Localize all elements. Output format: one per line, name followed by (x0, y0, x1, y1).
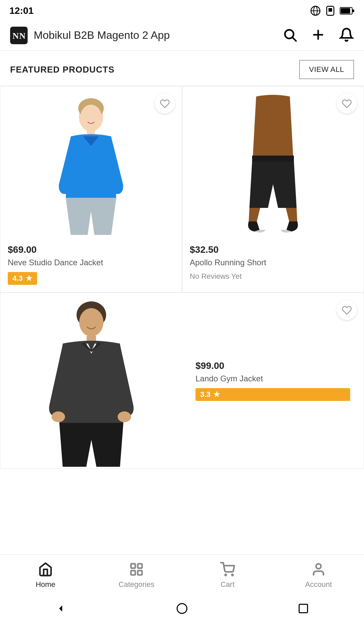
wishlist-button-2[interactable] (337, 93, 357, 113)
product-inner-3: $99.00 Lando Gym Jacket 3.3 ★ (0, 293, 364, 468)
nav-item-account[interactable]: Account (273, 558, 364, 592)
nav-label-account: Account (305, 580, 332, 589)
rating-badge-3: 3.3 ★ (195, 388, 350, 401)
product-image-container-1 (0, 86, 182, 238)
product-card-2[interactable]: $32.50 Apollo Running Short No Reviews Y… (182, 86, 364, 293)
svg-rect-6 (352, 9, 354, 12)
product-info-1: $69.00 Neve Studio Dance Jacket 4.3 ★ (0, 238, 182, 292)
svg-point-31 (225, 574, 226, 575)
system-nav (0, 595, 364, 622)
nav-label-cart: Cart (220, 580, 235, 589)
product-info-2: $32.50 Apollo Running Short No Reviews Y… (182, 238, 364, 288)
nav-item-home[interactable]: Home (0, 558, 91, 592)
product-name-2: Apollo Running Short (190, 258, 356, 267)
svg-rect-30 (138, 570, 142, 575)
svg-rect-28 (138, 564, 142, 568)
app-logo: N N (10, 27, 28, 44)
system-recents-button[interactable] (286, 598, 320, 619)
svg-point-17 (80, 105, 102, 130)
heart-icon-1 (160, 99, 170, 108)
add-icon (311, 27, 326, 42)
svg-rect-29 (131, 570, 135, 575)
product-image-container-3 (0, 293, 182, 468)
svg-marker-34 (59, 605, 62, 612)
star-icon-3: ★ (213, 390, 220, 399)
svg-rect-27 (131, 564, 135, 568)
svg-rect-4 (329, 8, 332, 12)
rating-badge-1: 4.3 ★ (8, 272, 37, 285)
svg-point-23 (79, 308, 103, 336)
product-card-1[interactable]: $69.00 Neve Studio Dance Jacket 4.3 ★ (0, 86, 182, 293)
categories-icon-container (128, 561, 145, 577)
battery-icon (340, 6, 355, 15)
sim-icon (326, 5, 335, 16)
status-icons (310, 5, 355, 16)
search-button[interactable] (282, 27, 297, 43)
product-image-2 (226, 90, 320, 235)
bottom-nav: Home Categories Cart (0, 555, 364, 595)
wishlist-button-1[interactable] (155, 93, 175, 113)
content-area: FEATURED PRODUCTS VIEW ALL (0, 51, 364, 543)
view-all-button[interactable]: VIEW ALL (299, 60, 354, 79)
star-icon-1: ★ (26, 274, 32, 283)
rating-value-1: 4.3 (12, 274, 23, 283)
product-price-1: $69.00 (8, 244, 174, 255)
back-icon (55, 602, 67, 615)
nav-label-home: Home (36, 580, 56, 589)
svg-rect-7 (341, 8, 350, 13)
svg-line-11 (293, 37, 296, 41)
product-name-1: Neve Studio Dance Jacket (8, 258, 174, 267)
recents-square-icon (299, 604, 308, 613)
app-title: Mobikul B2B Magento 2 App (34, 29, 170, 42)
section-header: FEATURED PRODUCTS VIEW ALL (0, 51, 364, 86)
status-time: 12:01 (9, 5, 34, 16)
nav-item-categories[interactable]: Categories (91, 558, 182, 592)
status-bar: 12:01 (0, 0, 364, 20)
app-header-right (282, 27, 354, 43)
product-price-3: $99.00 (195, 360, 350, 371)
account-icon-container (310, 561, 327, 577)
home-icon-container (37, 561, 54, 577)
add-button[interactable] (311, 27, 326, 43)
notification-icon (339, 27, 354, 42)
product-image-1 (44, 90, 138, 235)
product-price-2: $32.50 (190, 244, 356, 255)
svg-point-32 (232, 574, 233, 575)
app-header-left: N N Mobikul B2B Magento 2 App (10, 27, 170, 44)
cart-icon-container (219, 561, 236, 577)
search-icon (282, 27, 297, 42)
nav-label-categories: Categories (119, 580, 154, 589)
product-image-3 (37, 295, 145, 467)
account-icon (311, 562, 326, 577)
product-info-3: $99.00 Lando Gym Jacket 3.3 ★ (182, 293, 364, 468)
svg-point-26 (118, 411, 131, 422)
product-image-container-2 (182, 86, 364, 238)
system-back-button[interactable] (44, 598, 78, 619)
globe-icon (310, 5, 321, 16)
section-title: FEATURED PRODUCTS (10, 64, 115, 75)
notification-button[interactable] (339, 27, 354, 43)
heart-icon-3 (342, 305, 352, 315)
products-grid: $69.00 Neve Studio Dance Jacket 4.3 ★ (0, 86, 364, 469)
home-icon (38, 562, 53, 577)
product-name-3: Lando Gym Jacket (195, 374, 350, 383)
nav-item-cart[interactable]: Cart (182, 558, 273, 592)
categories-icon (129, 562, 144, 577)
product-card-3[interactable]: $99.00 Lando Gym Jacket 3.3 ★ (0, 293, 364, 469)
heart-icon-2 (342, 99, 352, 108)
cart-icon (220, 562, 235, 577)
svg-point-33 (316, 564, 321, 569)
svg-point-25 (52, 411, 65, 422)
svg-text:N: N (19, 31, 25, 40)
svg-text:N: N (12, 31, 19, 40)
home-circle-icon (177, 603, 187, 614)
wishlist-button-3[interactable] (337, 300, 357, 320)
no-reviews-2: No Reviews Yet (190, 272, 356, 281)
system-home-button[interactable] (165, 598, 199, 619)
rating-value-3: 3.3 (200, 390, 211, 399)
svg-rect-20 (252, 156, 294, 162)
app-header: N N Mobikul B2B Magento 2 App (0, 20, 364, 51)
